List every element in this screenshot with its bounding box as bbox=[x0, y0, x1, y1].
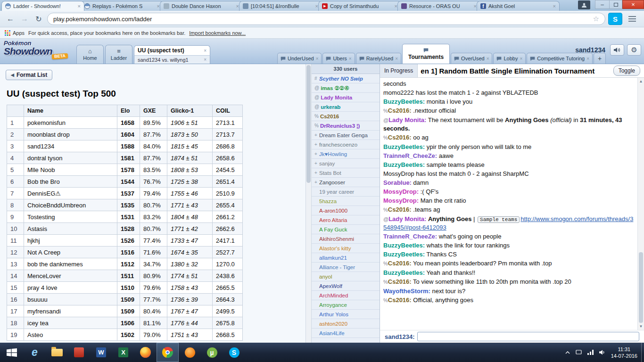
browser-tab[interactable]: ▶Copy of Srimanthudu× bbox=[318, 1, 401, 11]
chat-username[interactable]: Cs2016: bbox=[388, 296, 412, 304]
player-name[interactable]: Not A Creep bbox=[24, 247, 117, 258]
user-item[interactable]: AkihiroShenmi bbox=[312, 234, 380, 244]
tray-volume-icon[interactable] bbox=[599, 350, 605, 355]
player-name[interactable]: DennisEG⚠ bbox=[24, 188, 117, 199]
user-item[interactable]: ArchMinded bbox=[312, 291, 380, 300]
reload-button[interactable]: ↻ bbox=[33, 13, 44, 25]
sample-teams-button[interactable]: Sample teams bbox=[478, 216, 520, 223]
close-room-icon[interactable]: × bbox=[520, 56, 522, 61]
user-item[interactable]: Arthur Yolos bbox=[312, 310, 380, 319]
user-item[interactable]: ashton2020 bbox=[312, 319, 380, 329]
chat-username[interactable]: Lady Monita: bbox=[388, 116, 426, 123]
user-item[interactable]: A Fay Guck bbox=[312, 225, 380, 234]
user-item[interactable]: +Jk♥Howling bbox=[312, 149, 380, 159]
start-button[interactable] bbox=[0, 343, 24, 362]
user-item[interactable]: @Lady Monita bbox=[312, 93, 380, 102]
forward-button[interactable]: → bbox=[19, 13, 30, 25]
taskbar-skype-icon[interactable]: S bbox=[223, 343, 245, 362]
chat-username[interactable]: BuzzyBeetles: bbox=[383, 242, 425, 249]
tab-close-icon[interactable]: × bbox=[78, 3, 81, 9]
maximize-button[interactable] bbox=[609, 0, 622, 9]
browser-tab[interactable]: Ladder - Showdown!× bbox=[1, 1, 84, 11]
tab-home[interactable]: ⌂ Home bbox=[76, 45, 104, 64]
ladder-scrollbar[interactable] bbox=[305, 64, 312, 343]
user-item[interactable]: Aero Altaria bbox=[312, 215, 380, 225]
player-name[interactable]: bsuuuu bbox=[24, 294, 117, 305]
chat-username[interactable]: Cs2016: bbox=[388, 134, 412, 141]
taskbar-word-icon[interactable]: W bbox=[90, 343, 112, 362]
browser-tab[interactable]: fAkshit Goel× bbox=[477, 1, 560, 11]
browser-tab[interactable]: Double Dance Haxon× bbox=[160, 1, 243, 11]
taskbar-ie-icon[interactable]: e bbox=[24, 343, 46, 362]
address-bar[interactable]: play.pokemonshowdown.com/ladder ☆ bbox=[47, 13, 605, 25]
taskbar-chrome-icon[interactable] bbox=[157, 343, 179, 362]
back-button[interactable]: ← bbox=[5, 13, 16, 25]
close-room-icon[interactable]: × bbox=[395, 56, 398, 61]
chat-username[interactable]: TrainneR_CheeZe: bbox=[383, 152, 437, 159]
room-tab-underused[interactable]: UnderUsed× bbox=[277, 53, 322, 64]
player-name[interactable]: bob the dankmemes bbox=[24, 258, 117, 270]
scroll-up-icon[interactable]: ▲ bbox=[638, 79, 644, 83]
close-room-icon[interactable]: × bbox=[316, 56, 319, 61]
chat-username[interactable]: Lady Monita: bbox=[388, 215, 426, 222]
player-name[interactable]: dontral tyson bbox=[24, 152, 117, 164]
user-item[interactable]: Alliance - Tiger bbox=[312, 263, 380, 272]
url-text[interactable]: play.pokemonshowdown.com/ladder bbox=[53, 16, 589, 23]
tray-action-center-icon[interactable] bbox=[576, 350, 582, 355]
player-name[interactable]: pray 4 love bbox=[24, 282, 117, 294]
chat-username[interactable]: BuzzyBeetles: bbox=[383, 98, 425, 105]
player-name[interactable]: Tostesting bbox=[24, 211, 117, 223]
close-tab-icon[interactable]: × bbox=[204, 57, 206, 62]
tray-network-icon[interactable] bbox=[587, 350, 594, 355]
player-name[interactable]: Asteo bbox=[24, 329, 117, 341]
taskbar-clock[interactable]: 11:31 14-07-2016 bbox=[611, 346, 637, 359]
tray-chevron-icon[interactable] bbox=[565, 351, 570, 354]
apps-shortcut[interactable]: Apps bbox=[5, 30, 25, 36]
player-name[interactable]: Bob the Bro bbox=[24, 176, 117, 188]
user-item[interactable]: ApexWolf bbox=[312, 281, 380, 291]
chat-username[interactable]: BuzzyBeetles: bbox=[383, 143, 425, 150]
chat-username[interactable]: Cs2016: bbox=[388, 278, 412, 285]
player-name[interactable]: ChoiceBnddUmbreon bbox=[24, 199, 117, 211]
player-name[interactable]: hjkhj bbox=[24, 235, 117, 247]
chat-username[interactable]: BuzzyBeetles: bbox=[383, 251, 425, 258]
scroll-down-icon[interactable]: ▼ bbox=[638, 324, 644, 329]
sound-button[interactable] bbox=[610, 44, 624, 56]
browser-tab[interactable]: Resource - ORAS OU× bbox=[397, 1, 480, 11]
format-list-button[interactable]: ◀ Format List bbox=[6, 70, 52, 80]
chat-username[interactable]: Cs2016: bbox=[388, 206, 412, 213]
chat-input[interactable] bbox=[417, 332, 639, 341]
close-room-icon[interactable]: × bbox=[586, 56, 589, 61]
taskbar-explorer-icon[interactable] bbox=[46, 343, 68, 362]
chat-username[interactable]: BuzzyBeetles: bbox=[383, 269, 425, 276]
show-desktop-button[interactable] bbox=[641, 343, 644, 362]
user-item[interactable]: +Stats Bot bbox=[312, 168, 380, 178]
user-item[interactable]: +Zangooser bbox=[312, 178, 380, 187]
taskbar-orange-app-icon[interactable] bbox=[179, 343, 201, 362]
skype-extension-icon[interactable]: S bbox=[608, 13, 622, 25]
browser-tab[interactable]: Replays - Pokémon S× bbox=[81, 1, 164, 11]
chat-username[interactable]: MossyDrop: bbox=[383, 188, 419, 195]
user-item[interactable]: 5hazza bbox=[312, 197, 380, 206]
minimize-button[interactable]: – bbox=[595, 0, 609, 9]
close-room-icon[interactable]: × bbox=[487, 56, 489, 61]
user-item[interactable]: @urkerab bbox=[312, 102, 380, 112]
close-tab-icon[interactable]: × bbox=[204, 48, 206, 53]
player-name[interactable]: icey tea bbox=[24, 317, 117, 329]
close-button[interactable]: × bbox=[622, 0, 644, 9]
tab-close-icon[interactable]: × bbox=[553, 3, 556, 9]
user-item[interactable]: +Dream Eater Genga bbox=[312, 131, 380, 140]
user-item[interactable]: %Cs2016 bbox=[312, 112, 380, 121]
player-name[interactable]: Mlle Noob bbox=[24, 164, 117, 176]
import-bookmarks-link[interactable]: Import bookmarks now... bbox=[189, 30, 246, 36]
player-name[interactable]: MenceLover bbox=[24, 270, 117, 282]
taskbar-red-app-icon[interactable] bbox=[68, 343, 90, 362]
chat-username[interactable]: TrainneR_CheeZe: bbox=[383, 233, 437, 240]
user-item[interactable]: %DrReuniclus3 ¦) bbox=[312, 121, 380, 131]
scrollbar-thumb[interactable] bbox=[639, 252, 643, 323]
user-item[interactable]: #Scyther NO Swip bbox=[312, 74, 380, 83]
taskbar-utorrent-icon[interactable]: µ bbox=[201, 343, 223, 362]
toggle-button[interactable]: Toggle bbox=[613, 66, 640, 76]
taskbar-excel-icon[interactable]: X bbox=[112, 343, 134, 362]
room-tab-tournaments[interactable]: Tournaments bbox=[402, 44, 450, 64]
